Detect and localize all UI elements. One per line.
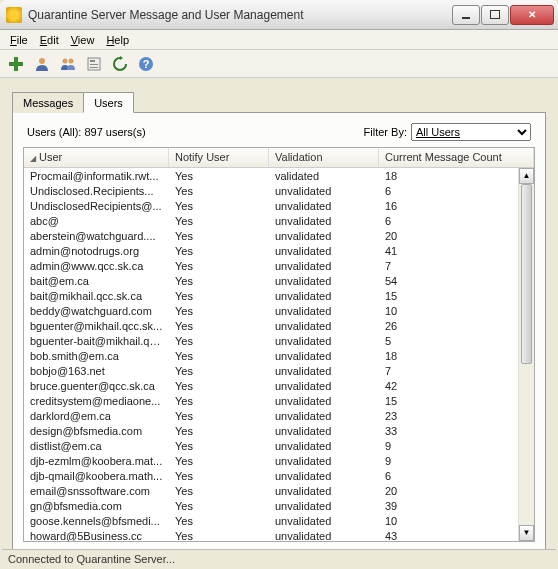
- scrollbar[interactable]: ▲ ▼: [518, 168, 534, 541]
- scroll-down-icon[interactable]: ▼: [519, 525, 534, 541]
- cell-notify: Yes: [169, 350, 269, 362]
- cell-validation: unvalidated: [269, 410, 379, 422]
- cell-count: 18: [379, 350, 534, 362]
- table-row[interactable]: djb-ezmlm@koobera.mat...Yesunvalidated9: [24, 453, 534, 468]
- table-row[interactable]: UndisclosedRecipients@...Yesunvalidated1…: [24, 198, 534, 213]
- cell-count: 6: [379, 185, 534, 197]
- menu-file[interactable]: File: [4, 32, 34, 48]
- table-row[interactable]: aberstein@watchguard....Yesunvalidated20: [24, 228, 534, 243]
- cell-validation: unvalidated: [269, 275, 379, 287]
- cell-user: beddy@watchguard.com: [24, 305, 169, 317]
- cell-user: bob.smith@em.ca: [24, 350, 169, 362]
- cell-user: djb-ezmlm@koobera.mat...: [24, 455, 169, 467]
- cell-count: 15: [379, 395, 534, 407]
- table-row[interactable]: djb-qmail@koobera.math...Yesunvalidated6: [24, 468, 534, 483]
- cell-validation: unvalidated: [269, 440, 379, 452]
- close-button[interactable]: [510, 5, 554, 25]
- sort-asc-icon: ◢: [30, 154, 36, 163]
- cell-count: 10: [379, 515, 534, 527]
- cell-user: Undisclosed.Recipients...: [24, 185, 169, 197]
- table-row[interactable]: abc@Yesunvalidated6: [24, 213, 534, 228]
- cell-count: 5: [379, 335, 534, 347]
- cell-user: email@snssoftware.com: [24, 485, 169, 497]
- window-controls: [452, 5, 554, 25]
- col-validation[interactable]: Validation: [269, 148, 379, 167]
- scroll-thumb[interactable]: [521, 184, 532, 364]
- cell-user: admin@www.qcc.sk.ca: [24, 260, 169, 272]
- cell-count: 43: [379, 530, 534, 542]
- panel-header: Users (All): 897 users(s) Filter By: All…: [23, 123, 535, 141]
- cell-user: djb-qmail@koobera.math...: [24, 470, 169, 482]
- help-icon[interactable]: ?: [136, 54, 156, 74]
- cell-user: Procmail@informatik.rwt...: [24, 170, 169, 182]
- table-row[interactable]: email@snssoftware.comYesunvalidated20: [24, 483, 534, 498]
- cell-user: bruce.guenter@qcc.sk.ca: [24, 380, 169, 392]
- cell-validation: unvalidated: [269, 305, 379, 317]
- svg-rect-7: [90, 64, 98, 65]
- cell-validation: unvalidated: [269, 260, 379, 272]
- cell-notify: Yes: [169, 380, 269, 392]
- titlebar[interactable]: Quarantine Server Message and User Manag…: [0, 0, 558, 30]
- menu-help[interactable]: Help: [100, 32, 135, 48]
- menubar: File Edit View Help: [0, 30, 558, 50]
- minimize-button[interactable]: [452, 5, 480, 25]
- table-row[interactable]: distlist@em.caYesunvalidated9: [24, 438, 534, 453]
- table-row[interactable]: bait@mikhail.qcc.sk.caYesunvalidated15: [24, 288, 534, 303]
- cell-user: bait@mikhail.qcc.sk.ca: [24, 290, 169, 302]
- svg-rect-1: [9, 62, 23, 66]
- cell-validation: unvalidated: [269, 245, 379, 257]
- table-row[interactable]: howard@5Business.ccYesunvalidated43: [24, 528, 534, 542]
- cell-notify: Yes: [169, 455, 269, 467]
- table-row[interactable]: bob.smith@em.caYesunvalidated18: [24, 348, 534, 363]
- table-row[interactable]: bobjo@163.netYesunvalidated7: [24, 363, 534, 378]
- cell-count: 54: [379, 275, 534, 287]
- user-icon[interactable]: [32, 54, 52, 74]
- filter-dropdown[interactable]: All Users: [411, 123, 531, 141]
- col-count[interactable]: Current Message Count: [379, 148, 534, 167]
- table-row[interactable]: admin@www.qcc.sk.caYesunvalidated7: [24, 258, 534, 273]
- table-row[interactable]: admin@notodrugs.orgYesunvalidated41: [24, 243, 534, 258]
- table-row[interactable]: beddy@watchguard.comYesunvalidated10: [24, 303, 534, 318]
- users-panel: Users (All): 897 users(s) Filter By: All…: [12, 112, 546, 556]
- col-user[interactable]: ◢User: [24, 148, 169, 167]
- cell-validation: unvalidated: [269, 425, 379, 437]
- table-row[interactable]: bait@em.caYesunvalidated54: [24, 273, 534, 288]
- cell-count: 10: [379, 305, 534, 317]
- properties-icon[interactable]: [84, 54, 104, 74]
- tab-messages[interactable]: Messages: [12, 92, 84, 113]
- cell-notify: Yes: [169, 230, 269, 242]
- cell-notify: Yes: [169, 170, 269, 182]
- cell-validation: unvalidated: [269, 350, 379, 362]
- table-row[interactable]: bruce.guenter@qcc.sk.caYesunvalidated42: [24, 378, 534, 393]
- col-notify[interactable]: Notify User: [169, 148, 269, 167]
- menu-view[interactable]: View: [65, 32, 101, 48]
- tab-users[interactable]: Users: [83, 92, 134, 113]
- menu-edit[interactable]: Edit: [34, 32, 65, 48]
- table-row[interactable]: creditsystem@mediaone...Yesunvalidated15: [24, 393, 534, 408]
- cell-validation: unvalidated: [269, 365, 379, 377]
- table-row[interactable]: Undisclosed.Recipients...Yesunvalidated6: [24, 183, 534, 198]
- cell-count: 7: [379, 365, 534, 377]
- cell-validation: unvalidated: [269, 230, 379, 242]
- users-icon[interactable]: [58, 54, 78, 74]
- content-area: Messages Users Users (All): 897 users(s)…: [0, 78, 558, 565]
- window-title: Quarantine Server Message and User Manag…: [28, 8, 452, 22]
- table-row[interactable]: Procmail@informatik.rwt...Yesvalidated18: [24, 168, 534, 183]
- table-row[interactable]: goose.kennels@bfsmedi...Yesunvalidated10: [24, 513, 534, 528]
- scroll-up-icon[interactable]: ▲: [519, 168, 534, 184]
- table-row[interactable]: bguenter@mikhail.qcc.sk...Yesunvalidated…: [24, 318, 534, 333]
- cell-validation: unvalidated: [269, 185, 379, 197]
- cell-count: 18: [379, 170, 534, 182]
- cell-user: howard@5Business.cc: [24, 530, 169, 542]
- table-row[interactable]: darklord@em.caYesunvalidated23: [24, 408, 534, 423]
- add-icon[interactable]: [6, 54, 26, 74]
- table-row[interactable]: design@bfsmedia.comYesunvalidated33: [24, 423, 534, 438]
- cell-count: 9: [379, 455, 534, 467]
- table-row[interactable]: bguenter-bait@mikhail.qc...Yesunvalidate…: [24, 333, 534, 348]
- maximize-button[interactable]: [481, 5, 509, 25]
- table-row[interactable]: gn@bfsmedia.comYesunvalidated39: [24, 498, 534, 513]
- cell-validation: unvalidated: [269, 395, 379, 407]
- refresh-icon[interactable]: [110, 54, 130, 74]
- cell-count: 42: [379, 380, 534, 392]
- statusbar: Connected to Quarantine Server...: [2, 549, 556, 569]
